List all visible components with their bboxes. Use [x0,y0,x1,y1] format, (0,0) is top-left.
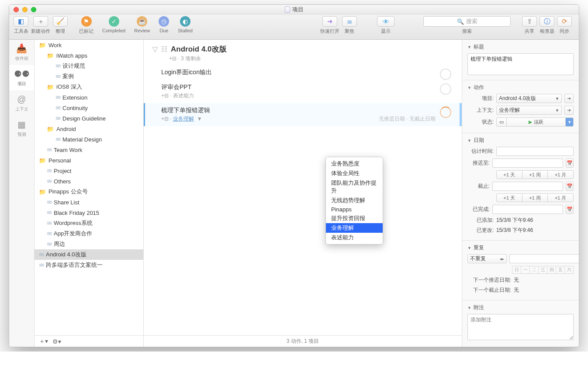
dropdown-item[interactable]: 表述能力 [326,233,383,242]
task-row[interactable]: 梳理下单报错逻辑+⊟ · 业务理解 ▼无推迟日期 · 无截止日期 [144,103,462,126]
calendar-icon[interactable]: 📅 [566,182,574,191]
sidebar-item[interactable]: ≡≡Design Guideline [35,113,143,124]
weekday[interactable]: 日 [512,266,521,274]
defer-plus-week[interactable]: +1 周 [522,170,548,179]
sidebar-item[interactable]: ≡≡跨多端多语言文案统一 [35,260,143,270]
dropdown-item[interactable]: 无线趋势理解 [326,196,383,205]
context-select[interactable]: 业务理解▼ [496,106,562,115]
defer-input[interactable] [492,159,563,168]
weekday[interactable]: 五 [556,266,565,274]
dropdown-item[interactable]: 体验全局性 [326,169,383,178]
weekday[interactable]: 四 [547,266,556,274]
sidebar-item[interactable]: ≡≡Team Work [35,145,143,155]
rail-收件箱[interactable]: 📥收件箱 [9,40,34,65]
weekday-picker[interactable]: 日一二三四五六 [512,266,574,274]
project-title[interactable]: Android 4.0改版 [171,44,227,54]
titlebar[interactable]: 项目 [9,5,579,14]
sidebar-item[interactable]: ≡≡Share List [35,197,143,207]
task-title[interactable]: 梳理下单报错逻辑 [161,107,453,114]
sidebar-item[interactable]: ≡≡Wordpress系统 [35,218,143,228]
inspector-section-title[interactable]: ▼标题 [467,43,574,51]
sidebar-item[interactable]: ≡≡案例 [35,71,143,82]
status-dropdown-button[interactable]: ▾ [566,117,574,127]
perspective-已标记[interactable]: ⚑已标记 [79,16,93,34]
note-field[interactable] [467,314,574,340]
defer-plus-day[interactable]: +1 天 [496,170,522,179]
project-select[interactable]: Android 4.0改版▼ [496,94,562,103]
sidebar-item[interactable]: 📁iOS8 深入 [35,82,143,92]
rail-项目[interactable]: ⚈⚈项目 [9,65,34,90]
inspector-section-dates[interactable]: ▼日期 [467,137,574,144]
perspective-stalled[interactable]: ◐Stalled [178,16,193,33]
calendar-icon[interactable]: 📅 [566,159,574,168]
perspective-review[interactable]: ☕Review [134,16,150,33]
status-active-button[interactable]: ▶活跃 [507,117,566,127]
context-dropdown[interactable]: 业务熟悉度体验全局性团队能力及协作提升无线趋势理解Pinapps提升投资回报业务… [325,157,383,245]
share-button[interactable]: ⇪ [522,16,537,27]
search-input[interactable]: 🔍 搜索 [423,16,511,27]
task-checkbox[interactable] [440,83,451,95]
perspective-due[interactable]: ◷Due [159,16,169,33]
due-plus-day[interactable]: +1 天 [496,193,522,202]
task-row[interactable]: 评审会PPT+⊟ · 表述能力 [144,80,462,103]
inspector-section-repeat[interactable]: ▼重复 [467,244,574,252]
sidebar-item[interactable]: 📁Android [35,124,143,134]
dropdown-item[interactable]: 团队能力及协作提升 [326,178,383,196]
toggle-sidebar-button[interactable]: ◧ [14,16,28,27]
defer-plus-month[interactable]: +1 月 [547,170,574,179]
due-input[interactable] [492,182,563,191]
task-checkbox[interactable] [440,107,451,118]
perspective-completed[interactable]: ✓Completed [102,16,125,33]
completed-input[interactable] [492,205,563,214]
sidebar-item[interactable]: ≡≡Project [35,166,143,176]
status-flag-button[interactable]: ▭ [496,117,507,127]
rail-上下文[interactable]: @上下文 [9,90,34,116]
task-checkbox[interactable] [440,69,451,80]
chevron-down-icon[interactable]: ▼ [197,116,202,122]
task-title[interactable]: Login界面icon输出 [161,69,453,76]
goto-context-button[interactable]: ➜ [564,106,574,115]
gear-icon[interactable]: ⚙▾ [52,338,61,345]
disclosure-icon[interactable]: ▽ [152,45,158,53]
rail-预测[interactable]: ▦预测 [9,116,34,141]
view-button[interactable]: 👁 [377,16,394,27]
dropdown-item[interactable]: 提升投资回报 [326,214,383,223]
weekday[interactable]: 三 [538,266,547,274]
sidebar-item[interactable]: ≡≡Android 4.0改版 [35,249,143,260]
task-title[interactable]: 评审会PPT [161,83,453,91]
estimate-input[interactable] [496,147,574,156]
inspector-section-action[interactable]: ▼动作 [467,84,574,91]
new-action-button[interactable]: ＋ [33,16,48,27]
sync-button[interactable]: ⟳ [557,16,572,27]
dropdown-item[interactable]: 业务熟悉度 [326,159,383,169]
sidebar-item[interactable]: ≡≡App开发商合作 [35,228,143,239]
focus-button[interactable]: ≣ [342,16,357,27]
inspector-section-note[interactable]: ▼附注 [467,304,574,311]
project-outline[interactable]: 📁Work📁iWatch apps≡≡设计规范≡≡案例📁iOS8 深入≡≡Ext… [35,40,143,335]
sidebar-item[interactable]: ≡≡设计规范 [35,61,143,71]
sidebar-item[interactable]: 📁iWatch apps [35,50,143,61]
dropdown-item[interactable]: 业务理解 [326,223,383,233]
due-plus-week[interactable]: +1 周 [522,193,548,202]
add-button[interactable]: ＋▾ [39,338,48,345]
cleanup-button[interactable]: 🧹 [53,16,68,27]
sidebar-item[interactable]: ≡≡Others [35,176,143,186]
weekday[interactable]: 一 [521,266,530,274]
task-context[interactable]: 业务理解 [173,116,194,122]
sidebar-item[interactable]: ≡≡Extension [35,92,143,103]
sidebar-item[interactable]: 📁Personal [35,155,143,166]
sidebar-item[interactable]: 📁Pinapps 公众号 [35,186,143,197]
weekday[interactable]: 二 [529,266,539,274]
quickopen-button[interactable]: ➜ [322,16,337,27]
inspector-button[interactable]: ⓘ [540,16,554,27]
repeat-select[interactable]: 不重复◂▸ [467,254,507,263]
sidebar-item[interactable]: ≡≡Continuity [35,103,143,113]
sidebar-item[interactable]: 📁Work [35,40,143,50]
calendar-icon[interactable]: 📅 [566,205,574,214]
sidebar-item[interactable]: ≡≡Material Design [35,134,143,145]
weekday[interactable]: 六 [564,266,574,274]
task-row[interactable]: Login界面icon输出 [144,65,462,80]
due-plus-month[interactable]: +1 月 [547,193,574,202]
goto-project-button[interactable]: ➜ [564,94,574,103]
repeat-input[interactable] [509,254,579,263]
